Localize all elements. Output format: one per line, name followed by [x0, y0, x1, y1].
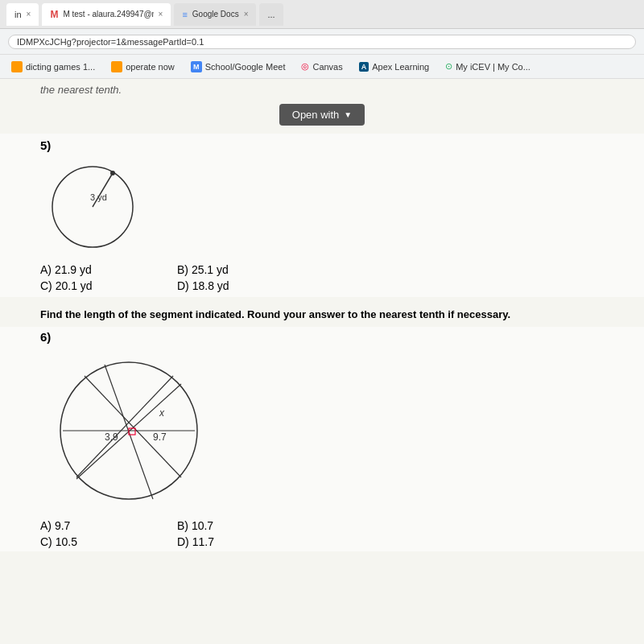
docs-icon: ≡	[182, 10, 187, 19]
question5-number: 5)	[40, 138, 604, 152]
page-content: the nearest tenth. Open with ▼ 5) 3 yd	[0, 79, 644, 644]
choice-6d-value: 11.7	[192, 535, 214, 548]
choice-5b-value: 25.1 yd	[192, 263, 229, 276]
choice-5c-key: C)	[40, 279, 52, 292]
partial-top-text: the nearest tenth.	[0, 79, 644, 101]
question5-section: 5) 3 yd A) 21.9 yd B) 25.1 yd	[0, 134, 644, 297]
question6-number: 6)	[40, 330, 604, 344]
question5-choices: A) 21.9 yd B) 25.1 yd C) 20.1 yd D) 18.8…	[40, 263, 282, 292]
tab-in[interactable]: in ×	[6, 3, 39, 26]
tab-gmail-close[interactable]: ×	[159, 10, 163, 19]
choice-5a-key: A)	[40, 263, 52, 276]
question5-diagram: 3 yd	[40, 159, 604, 255]
choice-6c: C) 10.5	[40, 535, 145, 548]
instruction-text: Find the length of the segment indicated…	[0, 308, 644, 320]
svg-text:3.9: 3.9	[105, 431, 118, 443]
choice-6a: A) 9.7	[40, 519, 145, 532]
tab-gmail-label: M test - alaura.249947@nv.ccsd.n...	[63, 10, 153, 19]
choice-6c-value: 10.5	[56, 535, 77, 548]
bookmark-dicting-icon	[11, 61, 23, 72]
question6-section: 6) x 3.9	[0, 327, 644, 551]
canvas-icon: ◎	[301, 61, 309, 72]
choice-5d: D) 18.8 yd	[177, 279, 282, 292]
bookmark-canvas[interactable]: ◎ Canvas	[296, 60, 347, 73]
bookmark-googlemeet[interactable]: M School/Google Meet	[186, 60, 291, 74]
svg-line-6	[76, 376, 173, 477]
open-with-button[interactable]: Open with ▼	[279, 104, 365, 126]
tab-docs-close[interactable]: ×	[244, 10, 249, 19]
partial-text-label: the nearest tenth.	[40, 84, 122, 96]
choice-5c: C) 20.1 yd	[40, 279, 145, 292]
choice-5d-value: 18.8 yd	[192, 279, 229, 292]
question6-diagram: x 3.9 9.7	[40, 350, 604, 511]
bookmark-apex[interactable]: A Apex Learning	[354, 60, 434, 73]
bookmark-apex-label: Apex Learning	[372, 62, 429, 72]
choice-6d: D) 11.7	[177, 535, 282, 548]
question6-choices: A) 9.7 B) 10.7 C) 10.5 D) 11.7	[40, 519, 282, 548]
address-bar[interactable]: IDMPXcJCHg?projector=1&messagePartId=0.1	[8, 35, 636, 49]
choice-5a-value: 21.9 yd	[55, 263, 92, 276]
open-with-arrow-icon: ▼	[344, 110, 352, 119]
bookmark-meet-label: School/Google Meet	[205, 62, 286, 72]
svg-line-5	[85, 376, 181, 477]
apex-icon: A	[359, 62, 369, 72]
open-with-container: Open with ▼	[0, 104, 644, 126]
choice-6a-value: 9.7	[55, 519, 70, 532]
svg-text:9.7: 9.7	[153, 431, 167, 443]
bookmark-icev[interactable]: ⊙ My iCEV | My Co...	[440, 60, 535, 73]
choice-6b: B) 10.7	[177, 519, 282, 532]
tab-in-close[interactable]: ×	[27, 10, 31, 19]
bookmark-meet-icon: M	[191, 61, 202, 72]
bookmarks-bar: dicting games 1... operate now M School/…	[0, 55, 644, 79]
choice-6b-value: 10.7	[192, 519, 213, 532]
choice-5a: A) 21.9 yd	[40, 263, 145, 276]
icev-icon: ⊙	[445, 61, 452, 72]
address-text: IDMPXcJCHg?projector=1&messagePartId=0.1	[17, 37, 204, 47]
instruction-label: Find the length of the segment indicated…	[40, 308, 510, 320]
browser-tabs: in × M M test - alaura.249947@nv.ccsd.n.…	[0, 0, 644, 29]
open-with-label: Open with	[292, 109, 340, 121]
choice-6b-key: B)	[177, 519, 188, 532]
choice-6c-key: C)	[40, 535, 52, 548]
choice-6d-key: D)	[177, 535, 189, 548]
tab-extra[interactable]: ...	[259, 3, 283, 26]
choice-5c-value: 20.1 yd	[56, 279, 93, 292]
svg-text:3 yd: 3 yd	[90, 192, 107, 202]
choice-5b-key: B)	[177, 263, 188, 276]
tab-docs-label: Google Docs	[192, 10, 239, 19]
bookmark-icev-label: My iCEV | My Co...	[456, 62, 530, 72]
bookmark-dicting-label: dicting games 1...	[26, 62, 95, 72]
bookmark-operate-icon	[111, 61, 122, 72]
gmail-icon: M	[50, 9, 58, 20]
tab-googledocs[interactable]: ≡ Google Docs ×	[174, 3, 256, 26]
tab-gmail[interactable]: M M test - alaura.249947@nv.ccsd.n... ×	[42, 3, 171, 26]
address-bar-row: IDMPXcJCHg?projector=1&messagePartId=0.1	[0, 29, 644, 55]
bookmark-dicting[interactable]: dicting games 1...	[6, 60, 100, 74]
choice-6a-key: A)	[40, 519, 52, 532]
choice-5d-key: D)	[177, 279, 189, 292]
choice-5b: B) 25.1 yd	[177, 263, 282, 276]
bookmark-operate-now[interactable]: operate now	[106, 60, 180, 74]
svg-text:x: x	[159, 407, 165, 419]
tab-in-label: in	[14, 10, 22, 19]
tab-extra-label: ...	[267, 10, 275, 19]
bookmark-operate-label: operate now	[126, 62, 175, 72]
bookmark-canvas-label: Canvas	[312, 62, 342, 72]
svg-point-2	[110, 171, 115, 175]
